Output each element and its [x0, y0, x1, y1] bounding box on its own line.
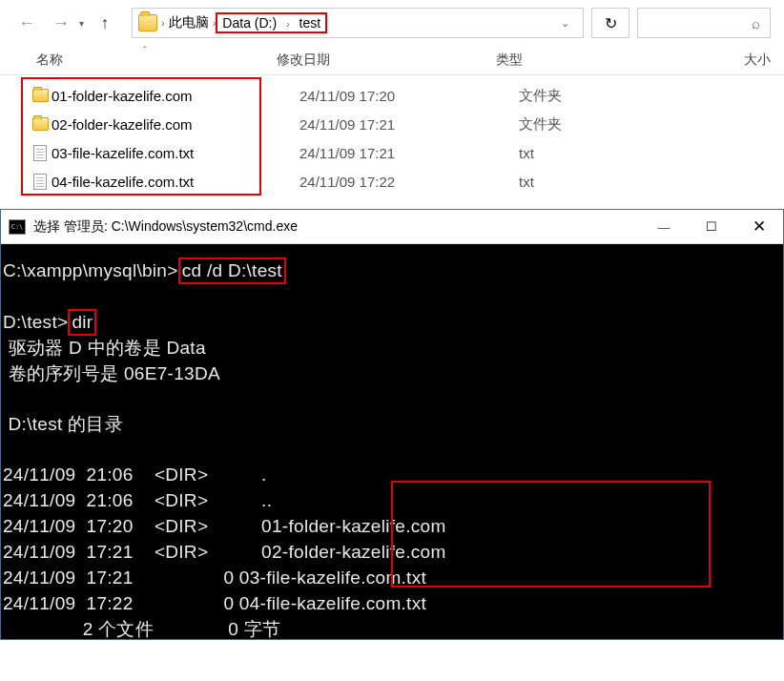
- folder-icon: [32, 117, 49, 131]
- highlight-box: cd /d D:\test: [178, 258, 286, 284]
- col-size[interactable]: 大小: [668, 52, 784, 69]
- folder-icon: [32, 89, 49, 102]
- list-item[interactable]: 04-file-kazelife.com.txt 24/11/09 17:22 …: [29, 167, 784, 196]
- back-button[interactable]: ←: [13, 10, 40, 36]
- forward-button[interactable]: →: [48, 10, 74, 36]
- address-bar[interactable]: › 此电脑 › Data (D:) › test ⌄: [132, 8, 584, 38]
- col-name[interactable]: ˆ名称: [0, 52, 277, 69]
- cmd-icon: C:\: [9, 219, 26, 235]
- minimize-button[interactable]: —: [640, 210, 688, 244]
- file-icon: [33, 174, 47, 190]
- breadcrumb-drive[interactable]: Data (D:): [222, 15, 277, 31]
- breadcrumb-root[interactable]: 此电脑: [165, 12, 213, 33]
- breadcrumb-folder[interactable]: test: [299, 15, 321, 31]
- cmd-title: 选择 管理员: C:\Windows\system32\cmd.exe: [33, 218, 640, 236]
- sort-caret-icon: ˆ: [143, 46, 146, 56]
- nav-bar: ← → ▾ ↑ › 此电脑 › Data (D:) › test ⌄ ↻ ⌕: [0, 0, 784, 46]
- list-item[interactable]: 01-folder-kazelife.com 24/11/09 17:20 文件…: [29, 81, 784, 110]
- column-headers: ˆ名称 修改日期 类型 大小: [0, 46, 784, 75]
- up-button[interactable]: ↑: [92, 10, 118, 36]
- folder-icon: [138, 14, 157, 31]
- highlight-box: Data (D:) › test: [216, 12, 327, 33]
- highlight-box: dir: [68, 309, 96, 336]
- maximize-button[interactable]: ☐: [688, 210, 735, 244]
- cmd-body[interactable]: C:\xampp\mysql\bin>cd /d D:\test D:\test…: [1, 244, 783, 639]
- col-type[interactable]: 类型: [496, 52, 668, 69]
- history-dropdown-icon[interactable]: ▾: [79, 18, 84, 29]
- chevron-right-icon: ›: [286, 18, 290, 30]
- address-dropdown-icon[interactable]: ⌄: [553, 17, 577, 30]
- col-date[interactable]: 修改日期: [277, 52, 496, 69]
- file-list: 01-folder-kazelife.com 24/11/09 17:20 文件…: [0, 75, 784, 205]
- explorer-window: ← → ▾ ↑ › 此电脑 › Data (D:) › test ⌄ ↻ ⌕ ˆ…: [0, 0, 784, 640]
- cmd-titlebar[interactable]: C:\ 选择 管理员: C:\Windows\system32\cmd.exe …: [1, 210, 783, 244]
- search-icon: ⌕: [752, 15, 760, 31]
- search-box[interactable]: ⌕: [637, 8, 771, 38]
- cmd-window: C:\ 选择 管理员: C:\Windows\system32\cmd.exe …: [0, 209, 784, 640]
- file-icon: [33, 145, 47, 161]
- list-item[interactable]: 02-folder-kazelife.com 24/11/09 17:21 文件…: [29, 110, 784, 138]
- refresh-button[interactable]: ↻: [591, 8, 629, 38]
- close-button[interactable]: ✕: [735, 210, 783, 244]
- list-item[interactable]: 03-file-kazelife.com.txt 24/11/09 17:21 …: [29, 138, 784, 167]
